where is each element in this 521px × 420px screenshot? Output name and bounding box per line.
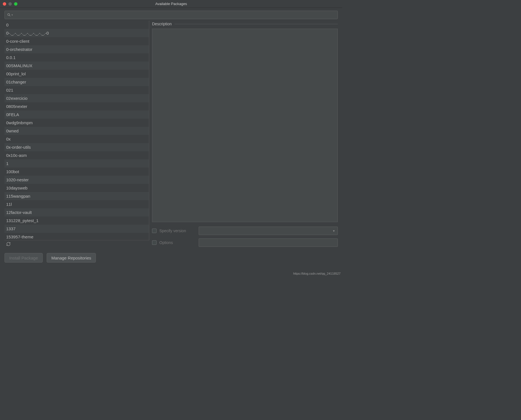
options-checkbox[interactable] xyxy=(152,240,157,245)
package-list-item[interactable]: 11l xyxy=(4,200,149,208)
package-list-item[interactable]: 131228_pytest_1 xyxy=(4,216,149,225)
package-list-item[interactable]: 0-core-client xyxy=(4,37,149,45)
minimize-window-button[interactable] xyxy=(8,2,12,6)
package-list-item[interactable]: 100bot xyxy=(4,168,149,176)
maximize-window-button[interactable] xyxy=(14,2,17,6)
package-list-item[interactable]: 0 xyxy=(4,21,149,29)
watermark-text: https://blog.csdn.net/qq_24118527 xyxy=(293,272,341,275)
package-list-item[interactable]: 12factor-vault xyxy=(4,208,149,216)
left-column: 00-._.-._.-._.-._.-._.-._.-00-core-clien… xyxy=(4,21,149,249)
refresh-bar xyxy=(4,240,149,249)
package-list-item[interactable]: 1020-nester xyxy=(4,176,149,184)
options-input[interactable] xyxy=(199,238,338,247)
package-list[interactable]: 00-._.-._.-._.-._.-._.-._.-00-core-clien… xyxy=(4,21,149,240)
package-list-item[interactable]: 0wned xyxy=(4,127,149,135)
package-list-item[interactable]: 1337 xyxy=(4,225,149,233)
manage-repositories-button[interactable]: Manage Repositories xyxy=(47,253,96,263)
package-list-item[interactable]: 0x xyxy=(4,135,149,143)
chevron-down-icon: ▼ xyxy=(332,229,335,232)
search-row: ▾ xyxy=(0,8,342,21)
options-row: Options xyxy=(152,237,338,249)
main-content: 00-._.-._.-._.-._.-._.-._.-00-core-clien… xyxy=(0,21,342,249)
refresh-icon[interactable] xyxy=(6,242,11,247)
version-dropdown[interactable]: ▼ xyxy=(199,227,338,235)
description-label: Description xyxy=(152,22,175,26)
package-list-item[interactable]: 0FELA xyxy=(4,110,149,119)
package-list-item[interactable]: 0805nexter xyxy=(4,102,149,110)
package-list-item[interactable]: 00SMALINUX xyxy=(4,62,149,70)
specify-version-label: Specify version xyxy=(159,229,196,233)
right-column: Description Specify version ▼ Options xyxy=(152,21,338,249)
package-list-item[interactable]: 0-._.-._.-._.-._.-._.-._.-0 xyxy=(4,29,149,37)
titlebar: Available Packages xyxy=(0,0,342,8)
package-list-item[interactable]: 00print_lol xyxy=(4,70,149,78)
search-box[interactable]: ▾ xyxy=(4,11,338,19)
package-list-item[interactable]: 115wangpan xyxy=(4,192,149,200)
package-list-item[interactable]: 0-orchestrator xyxy=(4,45,149,53)
divider xyxy=(175,24,338,24)
package-list-item[interactable]: 0x10c-asm xyxy=(4,151,149,159)
svg-point-0 xyxy=(8,13,10,15)
description-box xyxy=(152,29,338,222)
package-list-item[interactable]: 1 xyxy=(4,159,149,168)
package-list-item[interactable]: 0x-order-utils xyxy=(4,143,149,151)
package-list-item[interactable]: 01changer xyxy=(4,78,149,86)
window-controls xyxy=(0,2,17,6)
package-list-item[interactable]: 02exercicio xyxy=(4,94,149,102)
svg-line-1 xyxy=(10,15,10,16)
install-package-button[interactable]: Install Package xyxy=(4,253,43,263)
specify-version-row: Specify version ▼ xyxy=(152,225,338,237)
package-list-item[interactable]: 0wdg9nbmpm xyxy=(4,119,149,127)
package-list-item[interactable]: 0.0.1 xyxy=(4,53,149,62)
package-list-item[interactable]: 021 xyxy=(4,86,149,94)
search-input[interactable] xyxy=(13,13,337,17)
footer: Install Package Manage Repositories xyxy=(0,249,342,267)
options-label: Options xyxy=(159,240,196,245)
window-title: Available Packages xyxy=(155,2,187,6)
close-window-button[interactable] xyxy=(3,2,6,6)
package-list-item[interactable]: 153957-theme xyxy=(4,233,149,240)
package-list-item[interactable]: 10daysweb xyxy=(4,184,149,192)
specify-version-checkbox[interactable] xyxy=(152,229,157,233)
search-icon xyxy=(7,13,11,17)
description-header: Description xyxy=(152,21,338,27)
